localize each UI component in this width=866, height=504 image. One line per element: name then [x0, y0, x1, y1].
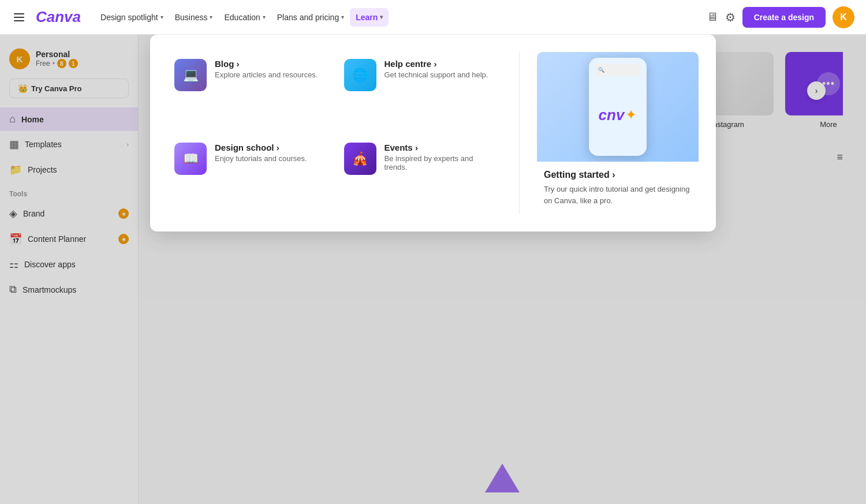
chevron-down-icon: ▾ — [160, 14, 163, 20]
events-icon: 🎪 — [344, 143, 376, 175]
dropdown-divider — [519, 52, 520, 214]
dropdown-overlay: 💻 Blog › Explore articles and resources.… — [0, 35, 866, 504]
learn-item-blog[interactable]: 💻 Blog › Explore articles and resources. — [167, 52, 333, 131]
header-left: Canva Design spotlight ▾ Business ▾ Educ… — [12, 8, 389, 27]
learn-item-design-school[interactable]: 📖 Design school › Enjoy tutorials and co… — [167, 136, 333, 215]
chevron-down-icon: ▾ — [341, 14, 344, 20]
main-nav: Design spotlight ▾ Business ▾ Education … — [95, 8, 389, 27]
nav-design-spotlight[interactable]: Design spotlight ▾ — [95, 8, 169, 27]
nav-education[interactable]: Education ▾ — [218, 8, 271, 27]
chevron-down-icon: ▾ — [210, 14, 212, 20]
getting-started-image: 🔍 cnv ✦ — [537, 52, 699, 162]
nav-plans-pricing[interactable]: Plans and pricing ▾ — [271, 8, 350, 27]
blog-icon: 💻 — [174, 59, 207, 91]
getting-started-card[interactable]: 🔍 cnv ✦ Getting sta — [537, 52, 699, 214]
nav-business[interactable]: Business ▾ — [169, 8, 219, 27]
nav-learn[interactable]: Learn ▾ — [350, 8, 389, 27]
settings-icon[interactable]: ⚙ — [725, 10, 736, 24]
getting-started-text: Getting started › Try our quick intro tu… — [537, 162, 699, 214]
avatar[interactable]: K — [833, 6, 854, 28]
canva-logo[interactable]: Canva — [36, 8, 81, 26]
create-design-button[interactable]: Create a design — [742, 7, 826, 28]
help-icon: 🌐 — [344, 59, 376, 91]
learn-item-events[interactable]: 🎪 Events › Be inspired by experts and tr… — [337, 136, 502, 215]
learn-item-help[interactable]: 🌐 Help centre › Get technical support an… — [337, 52, 502, 131]
monitor-icon[interactable]: 🖥 — [707, 10, 718, 24]
header-right: 🖥 ⚙ Create a design K — [707, 6, 854, 28]
chevron-down-icon: ▾ — [263, 14, 266, 20]
getting-started-section: 🔍 cnv ✦ Getting sta — [537, 52, 699, 214]
hamburger-button[interactable] — [12, 11, 27, 24]
chevron-down-icon: ▾ — [380, 14, 383, 20]
learn-dropdown: 💻 Blog › Explore articles and resources.… — [150, 35, 716, 232]
header: Canva Design spotlight ▾ Business ▾ Educ… — [0, 0, 866, 35]
learn-items-grid: 💻 Blog › Explore articles and resources.… — [167, 52, 502, 214]
design-school-icon: 📖 — [174, 143, 207, 175]
